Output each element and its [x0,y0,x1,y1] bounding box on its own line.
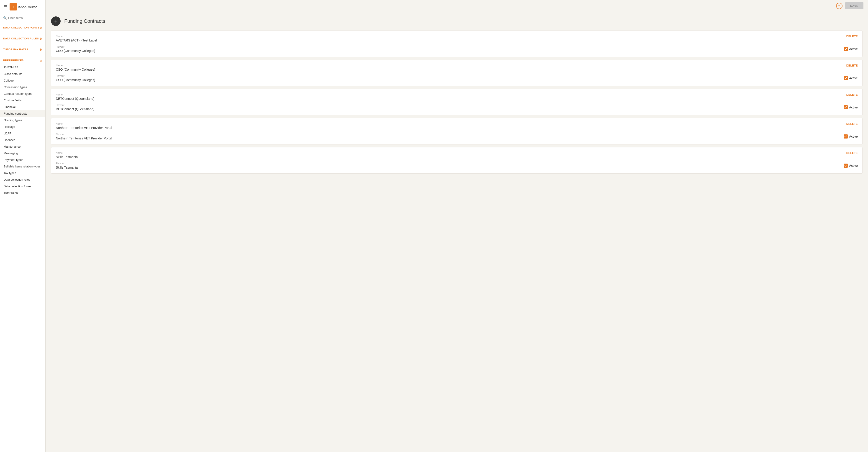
flavour-label-1: Flavour [56,46,839,48]
search-input-wrapper: 🔍 [3,16,42,20]
contract-card-5: Name Skills Tasmania DELETE Flavour Skil… [51,147,863,174]
section-title-preferences: PREFERENCES [3,59,24,62]
checkmark-3 [844,106,847,109]
name-label-4: Name [56,122,112,125]
sidebar-item-grading-types[interactable]: Grading types [0,117,45,123]
flavour-label-3: Flavour [56,104,839,107]
sidebar-item-financial[interactable]: Financial [0,104,45,110]
logo-area: i ishonCourse [9,3,38,10]
sidebar-item-funding-contracts[interactable]: Funding contracts [0,110,45,117]
contract-card-3: Name DETConnect (Queensland) DELETE Flav… [51,89,863,115]
checkbox-icon-4[interactable] [844,134,848,139]
flavour-field-4: Flavour Northern Territories VET Provide… [56,133,839,140]
checkbox-icon-1[interactable] [844,47,848,51]
section-header-preferences[interactable]: PREFERENCES ∧ [0,57,45,64]
section-header-tutor-pay-rates[interactable]: TUTOR PAY RATES ⊕ [0,46,45,53]
page-header: + Funding Contracts [51,17,863,26]
delete-button-2[interactable]: DELETE [846,64,858,67]
section-title-data-collection-forms: DATA COLLECTION FORMS [3,26,39,29]
name-label-1: Name [56,35,97,38]
logo-icon: i [9,3,17,10]
flavour-field-2: Flavour CSO (Community Colleges) [56,74,839,82]
flavour-label-4: Flavour [56,133,839,135]
delete-button-5[interactable]: DELETE [846,151,858,155]
section-header-data-collection-forms[interactable]: DATA COLLECTION FORMS ⊕ [0,24,45,31]
save-button[interactable]: SAVE [845,2,863,9]
chevron-icon-rules: ⊕ [39,37,42,40]
sidebar-item-class-defaults[interactable]: Class defaults [0,71,45,77]
active-label-1: Active [849,47,858,51]
sidebar-item-custom-fields[interactable]: Custom fields [0,97,45,104]
logo-text: ishonCourse [18,5,38,9]
active-group-3: Active [844,105,858,109]
section-title-tutor-pay-rates: TUTOR PAY RATES [3,48,28,51]
delete-button-3[interactable]: DELETE [846,93,858,96]
sidebar-item-concession-types[interactable]: Concession types [0,84,45,90]
active-checkbox-4[interactable]: Active [844,134,858,139]
active-label-2: Active [849,76,858,80]
search-input[interactable] [8,16,42,20]
name-field-3: Name DETConnect (Queensland) [56,93,94,100]
section-tutor-pay-rates: TUTOR PAY RATES ⊕ [0,44,45,55]
name-label-5: Name [56,151,78,154]
sidebar-item-data-collection-rules[interactable]: Data collection rules [0,176,45,183]
card-footer-4: Flavour Northern Territories VET Provide… [56,133,858,140]
hamburger-icon[interactable]: ☰ [4,4,7,9]
sidebar-item-avetmiss[interactable]: AVETMISS [0,64,45,71]
sidebar-item-tutor-roles[interactable]: Tutor roles [0,189,45,196]
checkbox-icon-3[interactable] [844,105,848,109]
checkmark-1 [844,48,847,50]
name-label-3: Name [56,93,94,96]
chevron-icon-forms: ⊕ [39,26,42,29]
card-header-2: Name CSO (Community Colleges) DELETE [56,64,858,71]
card-header-1: Name AVETARS (ACT) - Test Label DELETE [56,35,858,42]
contract-card-1: Name AVETARS (ACT) - Test Label DELETE F… [51,31,863,57]
flavour-label-5: Flavour [56,162,839,165]
card-header-3: Name DETConnect (Queensland) DELETE [56,93,858,100]
active-checkbox-3[interactable]: Active [844,105,858,109]
chevron-icon-preferences: ∧ [40,59,42,62]
flavour-value-5: Skills Tasmania [56,165,839,169]
delete-button-1[interactable]: DELETE [846,35,858,38]
section-title-data-collection-rules: DATA COLLECTION RULES [3,37,39,40]
page-title: Funding Contracts [64,18,105,24]
active-label-3: Active [849,106,858,109]
sidebar-item-data-collection-forms[interactable]: Data collection forms [0,183,45,189]
flavour-label-2: Flavour [56,74,839,77]
checkbox-icon-5[interactable] [844,163,848,168]
checkbox-icon-2[interactable] [844,76,848,80]
delete-button-4[interactable]: DELETE [846,122,858,125]
sidebar-item-college[interactable]: College [0,77,45,84]
section-data-collection-forms: DATA COLLECTION FORMS ⊕ [0,22,45,33]
active-label-5: Active [849,164,858,168]
name-field-1: Name AVETARS (ACT) - Test Label [56,35,97,42]
name-value-5: Skills Tasmania [56,155,78,159]
section-header-data-collection-rules[interactable]: DATA COLLECTION RULES ⊕ [0,35,45,42]
name-field-5: Name Skills Tasmania [56,151,78,159]
sidebar-item-ldap[interactable]: LDAP [0,130,45,137]
flavour-value-1: CSO (Community Colleges) [56,49,839,53]
sidebar-item-messaging[interactable]: Messaging [0,150,45,156]
sidebar-header: ☰ i ishonCourse [0,0,45,14]
flavour-value-4: Northern Territories VET Provider Portal [56,137,839,140]
active-checkbox-1[interactable]: Active [844,47,858,51]
sidebar-item-sellable-items[interactable]: Sellable items relation types [0,163,45,170]
sidebar-item-tax-types[interactable]: Tax types [0,170,45,176]
flavour-field-1: Flavour CSO (Community Colleges) [56,46,839,53]
help-icon[interactable]: ? [836,3,842,9]
active-checkbox-2[interactable]: Active [844,76,858,80]
search-icon: 🔍 [3,16,7,20]
active-checkbox-5[interactable]: Active [844,163,858,168]
active-group-5: Active [844,163,858,168]
sidebar-item-licences[interactable]: Licences [0,137,45,143]
sidebar-item-holidays[interactable]: Holidays [0,123,45,130]
sidebar-item-maintenance[interactable]: Maintenance [0,143,45,150]
name-value-2: CSO (Community Colleges) [56,68,95,71]
add-contract-button[interactable]: + [51,17,61,26]
card-footer-2: Flavour CSO (Community Colleges) Active [56,74,858,82]
search-area: 🔍 [0,14,45,22]
card-header-5: Name Skills Tasmania DELETE [56,151,858,159]
sidebar-item-payment-types[interactable]: Payment types [0,156,45,163]
main-area: ? SAVE + Funding Contracts Name AVETARS … [45,0,868,452]
sidebar-item-contact-relation-types[interactable]: Contact relation types [0,90,45,97]
